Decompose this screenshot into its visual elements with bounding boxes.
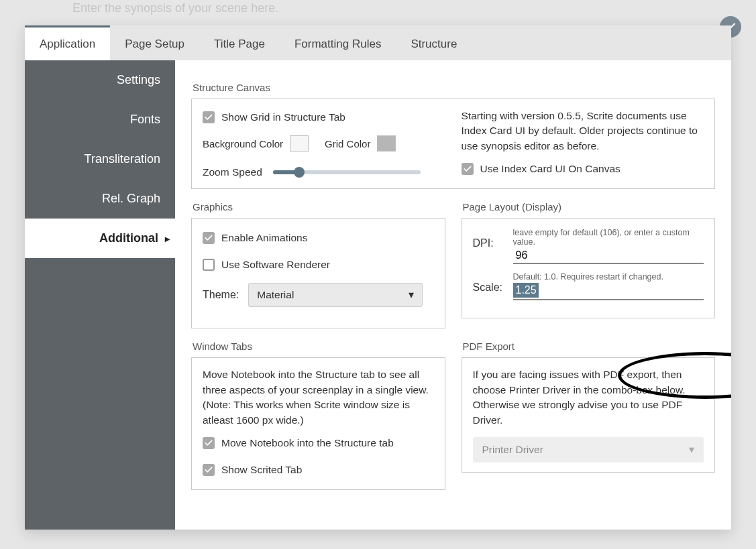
zoom-speed-label: Zoom Speed [203, 166, 262, 178]
software-renderer-checkbox[interactable]: Use Software Renderer [203, 259, 434, 271]
checkbox-icon [203, 232, 215, 244]
tab-title-page[interactable]: Title Page [199, 25, 280, 60]
chevron-right-icon: ▸ [165, 233, 170, 244]
zoom-speed-slider[interactable] [273, 170, 421, 174]
checkbox-icon [462, 163, 474, 175]
enable-animations-checkbox[interactable]: Enable Animations [203, 232, 434, 244]
pdf-driver-value: Printer Driver [482, 444, 543, 456]
content-area: Structure Canvas Show Grid in Structure … [175, 60, 731, 530]
scale-label: Scale: [473, 272, 513, 294]
tab-structure[interactable]: Structure [396, 25, 472, 60]
window-tabs-note: Move Notebook into the Structure tab to … [203, 367, 434, 428]
scrited-tab-checkbox[interactable]: Show Scrited Tab [203, 464, 434, 476]
top-tab-bar: Application Page Setup Title Page Format… [25, 25, 731, 60]
theme-value: Material [257, 289, 294, 301]
checkbox-label: Enable Animations [221, 232, 307, 244]
tab-page-setup[interactable]: Page Setup [110, 25, 199, 60]
checkbox-icon [203, 259, 215, 271]
tab-application[interactable]: Application [25, 25, 110, 60]
window-tabs-title: Window Tabs [193, 341, 445, 352]
caret-down-icon: ▾ [689, 444, 694, 456]
sidebar: Settings Fonts Transliteration Rel. Grap… [25, 60, 175, 530]
pdf-export-panel: If you are facing issues with PDF export… [462, 357, 716, 473]
index-card-checkbox[interactable]: Use Index Card UI On Canvas [462, 163, 704, 175]
dpi-hint: leave empty for default (106), or enter … [513, 228, 704, 247]
settings-dialog: Application Page Setup Title Page Format… [25, 25, 731, 530]
graphics-title: Graphics [193, 201, 445, 212]
checkbox-label: Use Index Card UI On Canvas [480, 163, 620, 175]
sidebar-item-label: Additional [99, 231, 158, 245]
dpi-label: DPI: [473, 228, 513, 249]
checkbox-icon [203, 437, 215, 449]
move-notebook-checkbox[interactable]: Move Notebook into the Structure tab [203, 437, 434, 449]
sidebar-item-fonts[interactable]: Fonts [25, 100, 175, 139]
theme-label: Theme: [203, 289, 239, 301]
sidebar-item-settings[interactable]: Settings [25, 60, 175, 100]
scale-hint: Default: 1.0. Requires restart if change… [513, 272, 704, 282]
scale-input[interactable]: 1.25 [513, 283, 539, 298]
theme-select[interactable]: Material ▾ [248, 283, 423, 307]
pdf-note: If you are facing issues with PDF export… [473, 367, 704, 428]
display-title: Page Layout (Display) [463, 201, 716, 212]
sidebar-item-additional[interactable]: Additional ▸ [25, 219, 175, 258]
tab-formatting-rules[interactable]: Formatting Rules [280, 25, 396, 60]
grid-color-label: Grid Color [325, 138, 370, 149]
dpi-input[interactable] [513, 248, 704, 264]
checkbox-label: Show Scrited Tab [221, 464, 302, 476]
caret-down-icon: ▾ [409, 289, 414, 301]
pdf-export-title: PDF Export [463, 341, 716, 352]
checkbox-label: Use Software Renderer [221, 259, 330, 271]
checkbox-icon [203, 464, 215, 476]
grid-color-swatch[interactable] [377, 135, 396, 151]
index-card-note: Starting with version 0.5.5, Scrite docu… [462, 109, 704, 154]
sidebar-item-transliteration[interactable]: Transliteration [25, 139, 175, 179]
structure-canvas-title: Structure Canvas [193, 82, 715, 93]
checkbox-icon [203, 111, 215, 123]
pdf-driver-select[interactable]: Printer Driver ▾ [473, 437, 704, 463]
display-panel: DPI: leave empty for default (106), or e… [462, 218, 716, 318]
bg-color-label: Background Color [203, 138, 283, 149]
graphics-panel: Enable Animations Use Software Renderer … [191, 218, 445, 328]
show-grid-checkbox[interactable]: Show Grid in Structure Tab [203, 111, 445, 123]
window-tabs-panel: Move Notebook into the Structure tab to … [191, 357, 445, 490]
bg-color-swatch[interactable] [290, 135, 309, 151]
slider-thumb[interactable] [294, 167, 305, 178]
structure-canvas-panel: Show Grid in Structure Tab Background Co… [191, 99, 715, 189]
sidebar-item-rel-graph[interactable]: Rel. Graph [25, 179, 175, 219]
background-placeholder: Enter the synopsis of your scene here. [72, 1, 278, 15]
checkbox-label: Show Grid in Structure Tab [221, 111, 345, 123]
checkbox-label: Move Notebook into the Structure tab [221, 437, 394, 449]
